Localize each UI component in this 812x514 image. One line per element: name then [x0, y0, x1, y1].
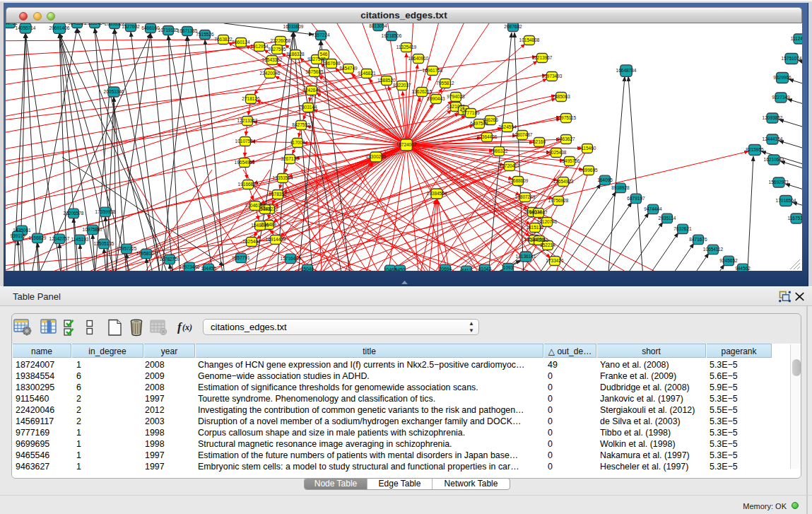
svg-text:6466160: 6466160	[141, 25, 160, 30]
svg-text:104455: 104455	[201, 266, 216, 271]
svg-text:1527602: 1527602	[122, 24, 140, 29]
svg-text:62160: 62160	[533, 139, 546, 144]
svg-text:7485063: 7485063	[552, 94, 570, 99]
svg-text:16543362: 16543362	[262, 57, 283, 62]
svg-text:10025438: 10025438	[546, 150, 567, 155]
svg-text:9242848: 9242848	[302, 88, 321, 93]
svg-text:20206578: 20206578	[64, 211, 84, 216]
svg-text:17016504: 17016504	[776, 198, 796, 203]
svg-text:12444154: 12444154	[763, 136, 783, 141]
svg-text:61042: 61042	[478, 267, 491, 271]
svg-text:18807249: 18807249	[515, 194, 536, 199]
svg-text:7955812: 7955812	[436, 81, 454, 86]
svg-text:20691406: 20691406	[49, 25, 70, 30]
svg-text:8215955: 8215955	[746, 147, 764, 152]
svg-text:10154808: 10154808	[519, 37, 540, 42]
svg-text:2803144: 2803144	[299, 105, 317, 110]
svg-text:7625402: 7625402	[242, 239, 261, 244]
svg-text:18724007: 18724007	[396, 142, 417, 147]
svg-text:9794028: 9794028	[447, 94, 465, 99]
svg-text:12213967: 12213967	[532, 55, 553, 60]
svg-text:13353594: 13353594	[273, 175, 293, 180]
svg-text:16961758: 16961758	[423, 68, 443, 73]
svg-text:19351464: 19351464	[85, 23, 105, 25]
svg-text:7632621: 7632621	[673, 226, 692, 231]
svg-text:1435061: 1435061	[13, 228, 31, 233]
svg-text:1167534: 1167534	[788, 216, 802, 221]
svg-text:17957225: 17957225	[117, 246, 137, 251]
svg-text:2935114: 2935114	[659, 216, 676, 221]
svg-text:1815132: 1815132	[526, 225, 544, 230]
svg-text:15751074: 15751074	[782, 56, 802, 61]
svg-text:15716485: 15716485	[281, 256, 301, 261]
svg-text:16033809: 16033809	[283, 24, 304, 29]
svg-text:18300295: 18300295	[366, 154, 387, 159]
svg-text:16120746: 16120746	[537, 219, 558, 224]
svg-text:19384554: 19384554	[427, 191, 447, 196]
svg-text:9329966: 9329966	[773, 75, 792, 80]
svg-text:1112473: 1112473	[791, 36, 802, 41]
svg-text:16648784: 16648784	[616, 68, 637, 73]
svg-text:(x): (x)	[182, 322, 192, 332]
svg-text:19218506: 19218506	[382, 33, 402, 38]
svg-text:8990443: 8990443	[427, 96, 445, 101]
svg-text:546: 546	[320, 52, 328, 57]
svg-text:8186328: 8186328	[286, 52, 305, 57]
svg-text:9245652: 9245652	[719, 258, 738, 263]
svg-text:4417: 4417	[461, 268, 472, 271]
svg-text:15495756: 15495756	[560, 158, 580, 163]
svg-text:9115460: 9115460	[579, 146, 596, 151]
svg-text:8813054: 8813054	[369, 23, 387, 28]
svg-text:9777169: 9777169	[461, 110, 480, 115]
svg-text:10807487: 10807487	[512, 132, 533, 137]
svg-text:7515526: 7515526	[196, 32, 214, 37]
svg-text:15046: 15046	[301, 267, 314, 271]
svg-text:1733426: 1733426	[546, 258, 564, 263]
svg-text:1588520: 1588520	[377, 78, 396, 83]
svg-text:5578352: 5578352	[269, 192, 287, 197]
svg-text:9699695: 9699695	[579, 168, 598, 173]
svg-text:11325419: 11325419	[396, 45, 417, 49]
svg-text:18640910: 18640910	[408, 56, 429, 61]
svg-text:16671385: 16671385	[177, 28, 198, 33]
svg-text:15720407: 15720407	[500, 163, 520, 168]
svg-text:9643361: 9643361	[68, 23, 86, 25]
svg-text:16210643: 16210643	[764, 157, 784, 162]
svg-text:1156829: 1156829	[29, 235, 47, 240]
svg-text:9327505: 9327505	[268, 47, 286, 52]
svg-text:7986322: 7986322	[490, 148, 508, 153]
svg-text:9834067: 9834067	[529, 210, 548, 215]
svg-text:10688609: 10688609	[508, 178, 529, 183]
svg-text:1548099: 1548099	[251, 223, 269, 228]
svg-text:9857791: 9857791	[232, 255, 250, 260]
svg-text:939119: 939119	[10, 233, 25, 238]
svg-text:9474444: 9474444	[644, 206, 662, 211]
svg-text:2718126: 2718126	[242, 96, 260, 101]
svg-text:7357224: 7357224	[312, 33, 330, 37]
svg-text:6879197: 6879197	[627, 196, 645, 201]
svg-text:1093: 1093	[503, 265, 514, 270]
svg-text:9146821: 9146821	[358, 71, 376, 76]
svg-text:19654955: 19654955	[235, 160, 255, 165]
svg-text:5493: 5493	[260, 206, 271, 211]
svg-text:2443851: 2443851	[530, 238, 548, 243]
svg-text:8938928: 8938928	[611, 185, 630, 190]
svg-text:12342757: 12342757	[49, 236, 70, 241]
svg-text:1145193: 1145193	[71, 237, 89, 242]
svg-text:6497508: 6497508	[470, 121, 488, 126]
svg-text:9227349: 9227349	[772, 95, 790, 100]
svg-text:23226058: 23226058	[271, 38, 291, 43]
svg-text:20364436: 20364436	[477, 134, 498, 139]
svg-text:9463627: 9463627	[557, 136, 575, 141]
svg-text:19756928: 19756928	[548, 198, 569, 203]
svg-text:12213363: 12213363	[237, 118, 258, 123]
svg-text:117004: 117004	[290, 140, 305, 145]
svg-text:17359938: 17359938	[95, 209, 116, 214]
svg-text:12093852: 12093852	[763, 115, 783, 120]
svg-text:20053346: 20053346	[104, 89, 124, 94]
svg-text:14055714: 14055714	[16, 25, 36, 30]
svg-text:10975887: 10975887	[83, 227, 103, 232]
svg-text:8427552: 8427552	[292, 122, 310, 127]
svg-text:3675685: 3675685	[305, 69, 324, 74]
svg-text:8454749: 8454749	[339, 66, 358, 71]
